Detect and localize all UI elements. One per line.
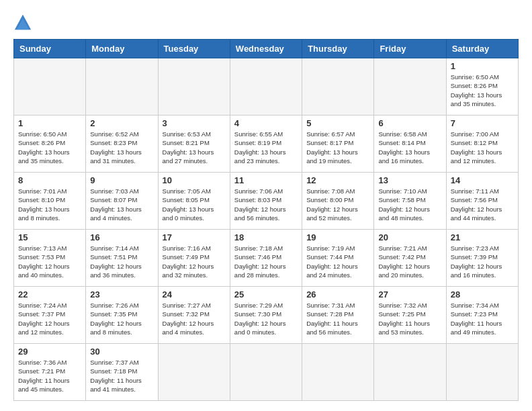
calendar-cell [158,344,230,401]
day-detail: Sunrise: 7:21 AMSunset: 7:42 PMDaylight:… [378,244,441,279]
calendar-week-5: 22Sunrise: 7:24 AMSunset: 7:37 PMDayligh… [14,287,519,344]
calendar-cell [302,344,374,401]
day-detail: Sunrise: 7:14 AMSunset: 7:51 PMDaylight:… [90,244,153,279]
calendar-cell: 11Sunrise: 7:06 AMSunset: 8:03 PMDayligh… [230,173,302,230]
calendar-cell: 25Sunrise: 7:29 AMSunset: 7:30 PMDayligh… [230,287,302,344]
day-detail: Sunrise: 7:29 AMSunset: 7:30 PMDaylight:… [234,301,298,336]
calendar-cell: 12Sunrise: 7:08 AMSunset: 8:00 PMDayligh… [302,173,374,230]
day-detail: Sunrise: 7:27 AMSunset: 7:32 PMDaylight:… [163,301,226,336]
calendar-cell: 3Sunrise: 6:53 AMSunset: 8:21 PMDaylight… [158,116,230,173]
day-number: 13 [378,175,441,185]
day-detail: Sunrise: 6:50 AMSunset: 8:26 PMDaylight:… [451,73,514,108]
calendar-cell: 2Sunrise: 6:52 AMSunset: 8:23 PMDaylight… [86,116,158,173]
calendar-header-monday: Monday [86,40,158,58]
calendar-cell: 15Sunrise: 7:13 AMSunset: 7:53 PMDayligh… [14,230,86,287]
day-detail: Sunrise: 7:08 AMSunset: 8:00 PMDaylight:… [306,187,369,222]
day-number: 6 [378,118,441,128]
calendar-cell: 14Sunrise: 7:11 AMSunset: 7:56 PMDayligh… [446,173,518,230]
day-detail: Sunrise: 7:37 AMSunset: 7:18 PMDaylight:… [90,358,153,394]
calendar-cell: 1Sunrise: 6:50 AMSunset: 8:26 PMDaylight… [446,58,518,116]
day-detail: Sunrise: 7:05 AMSunset: 8:05 PMDaylight:… [163,187,226,222]
calendar-header-saturday: Saturday [446,40,518,58]
day-number: 15 [18,232,81,242]
day-detail: Sunrise: 7:00 AMSunset: 8:12 PMDaylight:… [451,130,514,165]
day-detail: Sunrise: 6:52 AMSunset: 8:23 PMDaylight:… [90,130,153,165]
day-number: 30 [90,347,153,357]
calendar-cell [374,344,446,401]
day-number: 12 [306,175,369,185]
day-number: 21 [451,232,514,242]
day-detail: Sunrise: 7:16 AMSunset: 7:49 PMDaylight:… [163,244,226,279]
calendar-week-3: 8Sunrise: 7:01 AMSunset: 8:10 PMDaylight… [14,173,519,230]
calendar-cell: 19Sunrise: 7:19 AMSunset: 7:44 PMDayligh… [302,230,374,287]
calendar-header-friday: Friday [374,40,446,58]
calendar-cell: 17Sunrise: 7:16 AMSunset: 7:49 PMDayligh… [158,230,230,287]
calendar-cell: 10Sunrise: 7:05 AMSunset: 8:05 PMDayligh… [158,173,230,230]
calendar-cell: 20Sunrise: 7:21 AMSunset: 7:42 PMDayligh… [374,230,446,287]
day-detail: Sunrise: 7:10 AMSunset: 7:58 PMDaylight:… [378,187,441,222]
calendar-cell: 24Sunrise: 7:27 AMSunset: 7:32 PMDayligh… [158,287,230,344]
day-detail: Sunrise: 7:26 AMSunset: 7:35 PMDaylight:… [90,301,153,336]
day-number: 1 [451,61,514,71]
day-detail: Sunrise: 7:18 AMSunset: 7:46 PMDaylight:… [234,244,298,279]
day-number: 19 [306,232,369,242]
calendar-header-sunday: Sunday [14,40,86,58]
day-detail: Sunrise: 6:57 AMSunset: 8:17 PMDaylight:… [306,130,369,165]
day-number: 22 [18,289,81,300]
day-number: 25 [234,289,298,300]
day-detail: Sunrise: 7:24 AMSunset: 7:37 PMDaylight:… [18,301,81,336]
day-detail: Sunrise: 7:13 AMSunset: 7:53 PMDaylight:… [18,244,81,279]
calendar-header-row: SundayMondayTuesdayWednesdayThursdayFrid… [14,40,519,58]
day-number: 20 [378,232,441,242]
calendar-cell: 22Sunrise: 7:24 AMSunset: 7:37 PMDayligh… [14,287,86,344]
calendar-cell [86,58,158,116]
calendar-cell: 9Sunrise: 7:03 AMSunset: 8:07 PMDaylight… [86,173,158,230]
calendar-cell: 23Sunrise: 7:26 AMSunset: 7:35 PMDayligh… [86,287,158,344]
day-detail: Sunrise: 7:34 AMSunset: 7:23 PMDaylight:… [451,301,514,336]
day-number: 1 [18,118,81,128]
day-number: 9 [90,175,153,185]
calendar-header-tuesday: Tuesday [158,40,230,58]
day-number: 14 [451,175,514,185]
day-number: 4 [234,118,298,128]
day-detail: Sunrise: 7:31 AMSunset: 7:28 PMDaylight:… [306,301,369,336]
calendar-week-2: 1Sunrise: 6:50 AMSunset: 8:26 PMDaylight… [14,116,519,173]
calendar-cell: 18Sunrise: 7:18 AMSunset: 7:46 PMDayligh… [230,230,302,287]
day-number: 29 [18,347,81,357]
day-number: 17 [163,232,226,242]
calendar-cell [302,58,374,116]
day-number: 23 [90,289,153,300]
day-detail: Sunrise: 7:01 AMSunset: 8:10 PMDaylight:… [18,187,81,222]
calendar-header-wednesday: Wednesday [230,40,302,58]
day-detail: Sunrise: 6:50 AMSunset: 8:26 PMDaylight:… [18,130,81,165]
day-number: 2 [90,118,153,128]
day-number: 16 [90,232,153,242]
day-detail: Sunrise: 6:55 AMSunset: 8:19 PMDaylight:… [234,130,298,165]
day-number: 24 [163,289,226,300]
day-detail: Sunrise: 7:32 AMSunset: 7:25 PMDaylight:… [378,301,441,336]
calendar-cell: 29Sunrise: 7:36 AMSunset: 7:21 PMDayligh… [14,344,86,401]
calendar-cell [158,58,230,116]
day-detail: Sunrise: 6:53 AMSunset: 8:21 PMDaylight:… [163,130,226,165]
calendar-week-6: 29Sunrise: 7:36 AMSunset: 7:21 PMDayligh… [14,344,519,401]
calendar-cell: 4Sunrise: 6:55 AMSunset: 8:19 PMDaylight… [230,116,302,173]
calendar-cell [374,58,446,116]
calendar-cell: 27Sunrise: 7:32 AMSunset: 7:25 PMDayligh… [374,287,446,344]
day-detail: Sunrise: 7:03 AMSunset: 8:07 PMDaylight:… [90,187,153,222]
calendar-cell: 13Sunrise: 7:10 AMSunset: 7:58 PMDayligh… [374,173,446,230]
logo-icon [13,13,32,32]
calendar-cell [230,344,302,401]
calendar-cell: 16Sunrise: 7:14 AMSunset: 7:51 PMDayligh… [86,230,158,287]
day-detail: Sunrise: 7:36 AMSunset: 7:21 PMDaylight:… [18,358,81,394]
calendar-cell [446,344,518,401]
calendar-cell: 8Sunrise: 7:01 AMSunset: 8:10 PMDaylight… [14,173,86,230]
day-detail: Sunrise: 7:19 AMSunset: 7:44 PMDaylight:… [306,244,369,279]
calendar-cell: 1Sunrise: 6:50 AMSunset: 8:26 PMDaylight… [14,116,86,173]
day-number: 27 [378,289,441,300]
day-detail: Sunrise: 7:11 AMSunset: 7:56 PMDaylight:… [451,187,514,222]
calendar-week-1: 1Sunrise: 6:50 AMSunset: 8:26 PMDaylight… [14,58,519,116]
calendar-cell: 7Sunrise: 7:00 AMSunset: 8:12 PMDaylight… [446,116,518,173]
calendar-cell [14,58,86,116]
calendar-cell [230,58,302,116]
day-number: 3 [163,118,226,128]
